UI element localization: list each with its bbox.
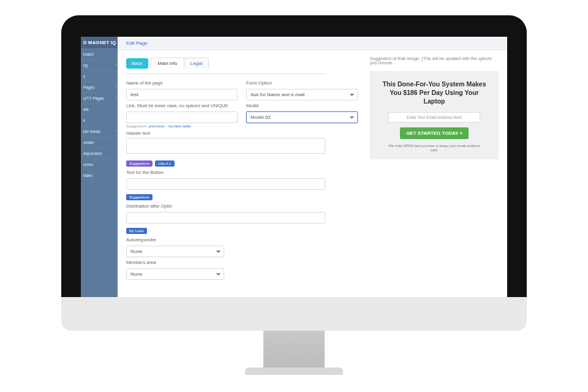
badge-likea[interactable]: Like A L bbox=[155, 160, 174, 167]
monitor-base bbox=[61, 297, 527, 331]
sidebar-item-7[interactable]: ber Areas bbox=[81, 126, 118, 137]
monitor-foot bbox=[245, 368, 343, 375]
monitor-stand bbox=[263, 331, 325, 369]
preview-cta-button: GET STARTED TODAY » bbox=[400, 127, 469, 139]
tab-main-info[interactable]: Main info bbox=[151, 58, 184, 69]
sidebar-item-6[interactable]: k bbox=[81, 115, 118, 126]
button-text-label: Text for the Button bbox=[126, 170, 325, 175]
preview-headline: This Done-For-You System Makes You $186 … bbox=[376, 80, 492, 106]
name-label: Name of the page bbox=[126, 80, 238, 86]
main-area: Edit Page Back Main info Legal Name of t… bbox=[118, 37, 507, 297]
formopt-label: Form Option bbox=[246, 80, 358, 86]
sidebar-item-11[interactable]: liates bbox=[81, 170, 118, 181]
preview-hint: Suggestion of final design. (This will b… bbox=[370, 56, 499, 65]
form-column: Back Main info Legal Name of the page bbox=[126, 56, 358, 291]
members-select[interactable]: None bbox=[126, 268, 224, 280]
badge-suggestions-2[interactable]: Suggestions bbox=[126, 194, 153, 200]
badge-suggestions[interactable]: Suggestions bbox=[126, 160, 153, 167]
breadcrumb-text: Edit Page bbox=[126, 40, 148, 46]
dest-input[interactable] bbox=[126, 212, 325, 224]
suggestion-link-1[interactable]: promotion bbox=[148, 124, 165, 128]
back-button[interactable]: Back bbox=[126, 58, 148, 69]
link-input[interactable] bbox=[126, 111, 238, 123]
brand-logo: D MAGNET IQ bbox=[81, 37, 118, 48]
sidebar-item-8[interactable]: omain bbox=[81, 137, 118, 148]
sidebar-item-0[interactable]: board bbox=[81, 48, 118, 59]
name-input[interactable] bbox=[126, 89, 238, 100]
preview-email-field: Enter Your Email Address Here bbox=[388, 112, 480, 123]
model-label: Model bbox=[246, 103, 358, 108]
header-text-input[interactable] bbox=[126, 138, 325, 154]
button-text-input[interactable] bbox=[126, 178, 325, 190]
sidebar-item-3[interactable]: Pages bbox=[81, 81, 118, 92]
app-screen: D MAGNET IQ boardngsPagesu/TY Pagesetskb… bbox=[81, 37, 507, 297]
model-select[interactable]: Model 02 bbox=[246, 111, 358, 123]
monitor-frame: D MAGNET IQ boardngsPagesu/TY Pagesetskb… bbox=[61, 15, 527, 297]
link-label: Link. Must be lower case, no spaces and … bbox=[126, 103, 238, 108]
sidebar-item-1[interactable]: ng bbox=[81, 59, 118, 70]
badge-mylinks[interactable]: My Links bbox=[126, 228, 147, 234]
preview-card: This Done-For-You System Makes You $186 … bbox=[370, 71, 499, 159]
sidebar-item-5[interactable]: ets bbox=[81, 104, 118, 115]
sidebar-item-2[interactable]: s bbox=[81, 70, 118, 81]
tabs: Main info Legal bbox=[151, 58, 209, 69]
preview-spam-text: We hate SPAM and promise to keep your em… bbox=[376, 144, 492, 154]
header-text-label: Header text bbox=[126, 130, 325, 136]
link-suggestions: Suggestions: promotion - my-best-seller bbox=[126, 124, 238, 128]
sidebar-item-4[interactable]: u/TY Pages bbox=[81, 92, 118, 104]
tab-legal[interactable]: Legal bbox=[184, 58, 209, 69]
formopt-select[interactable]: Ask for Name and e-mail bbox=[246, 89, 358, 100]
breadcrumb: Edit Page bbox=[118, 37, 507, 50]
autoresp-label: Autoresponder bbox=[126, 237, 224, 243]
dest-label: Destination after Optin bbox=[126, 203, 325, 209]
preview-column: Suggestion of final design. (This will b… bbox=[370, 56, 499, 291]
suggestion-link-2[interactable]: my-best-seller bbox=[168, 124, 191, 128]
sidebar: D MAGNET IQ boardngsPagesu/TY Pagesetskb… bbox=[81, 37, 118, 297]
sidebar-item-10[interactable]: urces bbox=[81, 159, 118, 170]
sidebar-item-9[interactable]: esponders bbox=[81, 148, 118, 159]
autoresp-select[interactable]: None bbox=[126, 246, 224, 257]
members-label: Members area bbox=[126, 260, 224, 265]
